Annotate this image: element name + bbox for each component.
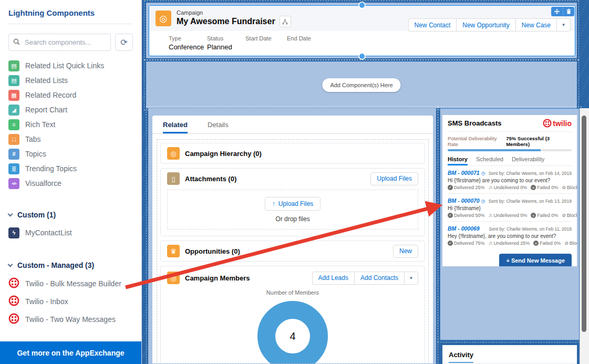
header-dropzone[interactable]: ◎ Campaign My Awesome Fundraiser New Con… <box>146 3 577 58</box>
upload-files-header-button[interactable]: Upload Files <box>370 172 418 185</box>
divider <box>442 363 577 363</box>
selection-handle-bottom[interactable] <box>359 54 365 59</box>
component-mini-toolbar <box>551 7 574 16</box>
sidebar-item-label: Rich Text <box>25 120 55 129</box>
card-title: Campaign Members <box>185 274 250 282</box>
file-drop-area[interactable]: ↑ Upload Files Or drop files <box>167 190 418 230</box>
chevron-down-icon <box>8 211 13 216</box>
donut-ring: 4 4 <box>257 301 328 364</box>
vertical-scrollbar[interactable] <box>580 108 589 364</box>
deliverability-value: 75% Successful (3 Members) <box>506 136 572 147</box>
campaign-icon: ◎ <box>156 11 171 26</box>
sidebar-item-related-lists[interactable]: ▤ Related Lists <box>0 73 141 88</box>
add-leads-button[interactable]: Add Leads <box>312 272 354 285</box>
chevron-down-icon <box>8 262 13 267</box>
sidebar-item-report-chart[interactable]: ◢ Report Chart <box>0 102 141 117</box>
move-component-icon[interactable] <box>551 7 563 16</box>
sidebar-item-label: Twilio - Inbox <box>25 297 68 306</box>
broadcast-list-item[interactable]: BM - 000069 Sent by: Charlie Weems, on F… <box>448 222 572 249</box>
upload-files-button[interactable]: ↑ Upload Files <box>265 197 321 211</box>
card-title: Attachments (0) <box>185 175 236 183</box>
highlights-panel-component[interactable]: ◎ Campaign My Awesome Fundraiser New Con… <box>149 5 575 56</box>
sidebar-item-related-record[interactable]: ▦ Related Record <box>0 88 141 102</box>
campaign-members-card[interactable]: ◎ Campaign Members Add Leads Add Contact… <box>160 266 425 364</box>
sidebar-item-related-list-quick-links[interactable]: ▤ Related List Quick Links <box>0 58 141 73</box>
managed-section-header[interactable]: Custom - Managed (3) <box>0 259 141 272</box>
upload-icon: ↑ <box>272 200 275 207</box>
new-case-button[interactable]: New Case <box>515 18 556 32</box>
delivered-icon: ✓ <box>448 213 453 218</box>
attachments-card[interactable]: ▯ Attachments (0) Upload Files ↑ Upload … <box>160 168 425 236</box>
divider <box>8 24 133 24</box>
sidebar-item-label: Twilio - Two Way Messages <box>25 315 116 324</box>
add-contacts-button[interactable]: Add Contacts <box>354 272 404 285</box>
broadcast-stats: ✓Delivered 50% ⚠Undelivered 0% ×Failed 0… <box>448 213 572 218</box>
scrollbar-thumb[interactable] <box>582 116 586 332</box>
sidebar-item-twilio-bulk-message-builder[interactable]: Twilio - Bulk Message Builder <box>0 275 141 293</box>
campaign-hierarchy-card[interactable]: ◎ Campaign Hierarchy (0) <box>160 143 425 164</box>
deliverability-progress <box>448 149 572 151</box>
tab-related[interactable]: Related <box>163 121 188 133</box>
tab-scheduled[interactable]: Scheduled <box>476 156 503 165</box>
sidebar-item-twilio-inbox[interactable]: Twilio - Inbox <box>0 293 141 310</box>
related-record-icon: ▦ <box>8 90 19 101</box>
broadcast-id-link[interactable]: BM - 000070 ◷ <box>448 197 485 204</box>
sms-broadcasts-component-region[interactable]: SMS Broadcasts twilio Potential Delivera… <box>440 108 580 340</box>
new-contact-button[interactable]: New Contact <box>408 18 457 32</box>
new-opportunity-list-button[interactable]: New <box>393 245 418 258</box>
tab-history[interactable]: History <box>448 156 468 165</box>
send-new-message-button[interactable]: + Send New Message <box>499 254 572 266</box>
selection-handle-top[interactable] <box>359 3 365 8</box>
broadcast-id-link[interactable]: BM - 000069 <box>448 225 480 232</box>
rich-text-icon: ≡ <box>8 119 19 130</box>
broadcast-stats: ✓Delivered 75% ⚠Undelivered 25% ×Failed … <box>448 241 572 246</box>
sidebar-title: Lightning Components <box>8 8 133 17</box>
tab-details[interactable]: Details <box>208 121 229 133</box>
sidebar-item-label: Topics <box>25 150 46 158</box>
sidebar-item-twilio-two-way-messages[interactable]: Twilio - Two Way Messages <box>0 310 141 328</box>
broadcast-list-item[interactable]: BM - 000071 ◷ Sent by: Charlie Weems, on… <box>448 166 572 194</box>
more-actions-button[interactable]: ▼ <box>556 18 571 32</box>
tab-activity[interactable]: Activity <box>449 351 473 363</box>
sidebar-item-mycontactlist[interactable]: ϟ MyContactList <box>0 225 141 240</box>
delete-component-icon[interactable] <box>563 7 574 16</box>
sidebar-item-label: Related List Quick Links <box>25 61 104 70</box>
undelivered-icon: ⚠ <box>489 213 493 218</box>
new-opportunity-button[interactable]: New Opportunity <box>456 18 515 32</box>
search-input[interactable] <box>8 34 111 51</box>
visualforce-icon: </> <box>8 178 19 189</box>
sidebar-item-topics[interactable]: # Topics <box>0 147 141 161</box>
empty-dropzone[interactable]: Add Component(s) Here <box>146 61 577 108</box>
main-region-dropzone[interactable]: Related Details ◎ Campaign Hierarchy (0)… <box>148 108 436 364</box>
tab-deliverability[interactable]: Deliverability <box>512 156 544 165</box>
broadcast-list-item[interactable]: BM - 000070 ◷ Sent by: Charlie Weems, on… <box>448 194 572 222</box>
sidebar-item-rich-text[interactable]: ≡ Rich Text <box>0 117 141 132</box>
refresh-button[interactable]: ⟳ <box>115 34 133 51</box>
sidebar-item-label: Twilio - Bulk Message Builder <box>25 279 121 288</box>
delivered-icon: ✓ <box>448 185 453 190</box>
appexchange-button[interactable]: Get more on the AppExchange <box>0 341 141 364</box>
add-component-pill[interactable]: Add Component(s) Here <box>322 78 400 92</box>
topics-icon: # <box>8 149 19 160</box>
twilio-icon <box>8 295 19 308</box>
twilio-logo: twilio <box>543 119 572 128</box>
plus-icon: + <box>506 257 509 264</box>
deliverability-progress-fill <box>448 149 541 151</box>
opportunities-card[interactable]: ♛ Opportunities (0) New <box>160 241 425 262</box>
hierarchy-button[interactable] <box>280 16 291 27</box>
tabs-icon: □ <box>8 134 19 145</box>
attachment-file-icon: ▯ <box>167 172 180 185</box>
record-detail-fields: Type Conference Status Planned Start Dat… <box>149 31 575 51</box>
members-more-button[interactable]: ▼ <box>404 272 418 285</box>
twilio-icon <box>8 277 19 290</box>
broadcast-id-link[interactable]: BM - 000071 ◷ <box>448 170 485 176</box>
related-lists-dropzone[interactable]: ◎ Campaign Hierarchy (0) ▯ Attachments (… <box>157 139 429 364</box>
managed-section-label: Custom - Managed (3) <box>17 261 94 269</box>
broadcast-body: Hey {!firstname}, are you coming to our … <box>448 233 572 239</box>
campaign-members-icon: ◎ <box>167 272 180 284</box>
custom-section-header[interactable]: Custom (1) <box>0 209 141 221</box>
sidebar-item-trending-topics[interactable]: ≣ Trending Topics <box>0 161 141 176</box>
field-label: Type <box>169 35 200 41</box>
sidebar-item-visualforce[interactable]: </> Visualforce <box>0 176 141 191</box>
sidebar-item-tabs[interactable]: □ Tabs <box>0 132 141 147</box>
